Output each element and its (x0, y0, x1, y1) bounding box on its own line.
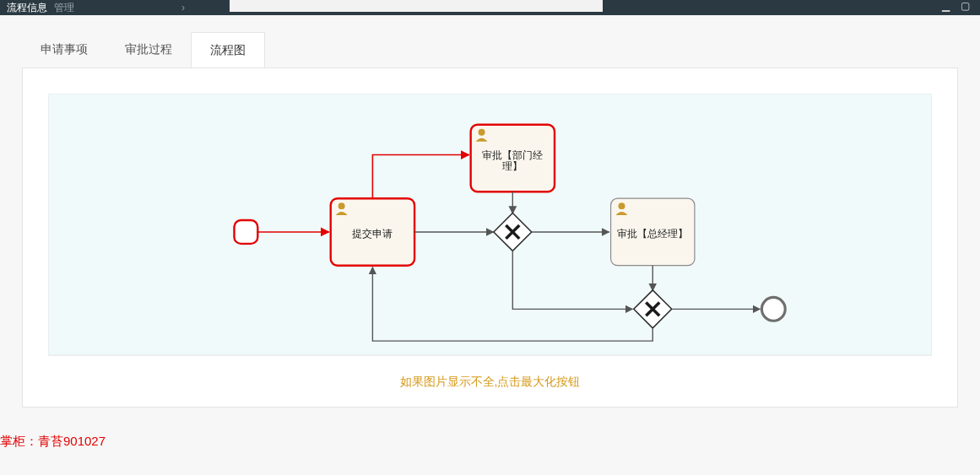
window-title: 流程信息 (7, 1, 47, 15)
tab-apply-items[interactable]: 申请事项 (22, 32, 106, 68)
svg-point-2 (338, 202, 345, 209)
svg-point-9 (619, 202, 625, 209)
task-dept-manager: 审批【部门经 理】 (471, 125, 555, 192)
task-submit: 提交申请 (331, 198, 414, 265)
title-bar: 流程信息 管理 › ▁ ▢ (0, 0, 980, 15)
bpmn-svg: 提交申请 审批【部门经 理】 (49, 94, 931, 354)
task-submit-label: 提交申请 (352, 228, 393, 240)
tab-approval-process[interactable]: 审批过程 (106, 32, 191, 68)
obscured-toolbar (230, 0, 603, 12)
tabs: 申请事项 审批过程 流程图 (22, 32, 958, 68)
bpmn-diagram: 提交申请 审批【部门经 理】 (48, 94, 932, 355)
minimize-icon[interactable]: ▁ (942, 0, 949, 12)
task-dept-label-2: 理】 (502, 160, 522, 172)
gateway-2 (634, 290, 672, 328)
breadcrumb-subtitle: 管理 (54, 1, 74, 15)
content-area: 申请事项 审批过程 流程图 (0, 15, 980, 475)
tab-flowchart[interactable]: 流程图 (191, 32, 265, 68)
maximize-icon[interactable]: ▢ (961, 0, 970, 12)
svg-point-4 (479, 129, 485, 136)
task-general-manager: 审批【总经理】 (611, 198, 695, 265)
chevron-right-icon: › (181, 2, 185, 13)
window-controls: ▁ ▢ (942, 0, 970, 12)
task-dept-label-1: 审批【部门经 (482, 149, 543, 161)
task-gm-label: 审批【总经理】 (617, 228, 688, 240)
end-event (761, 297, 785, 321)
flowchart-panel: 提交申请 审批【部门经 理】 (22, 67, 958, 408)
gateway-1 (494, 213, 532, 251)
hint-text: 如果图片显示不全,点击最大化按钮 (48, 355, 932, 398)
svg-rect-0 (234, 220, 257, 244)
watermark-text: 掌柜：青苔901027 (0, 434, 106, 450)
start-event (234, 220, 257, 244)
flow-submit-to-dept (372, 155, 468, 199)
